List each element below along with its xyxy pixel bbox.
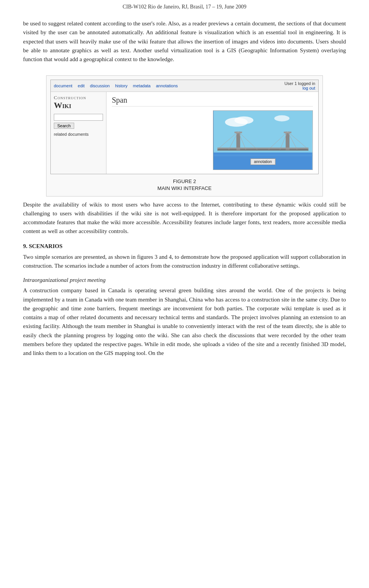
page-header: CIB-W102 Rio de Janeiro, RJ, Brasil, 17 … xyxy=(0,0,369,12)
figure-caption-line1: FIGURE 2 xyxy=(50,178,319,185)
section-heading-9: 9. SCENARIOS xyxy=(23,243,346,250)
header-text: CIB-W102 Rio de Janeiro, RJ, Brasil, 17 … xyxy=(123,4,246,10)
annotation-button[interactable]: annotation xyxy=(251,158,276,165)
wiki-body: Construction Wiki Search related documen… xyxy=(51,92,318,174)
search-button[interactable]: Search xyxy=(54,123,74,129)
logout-link[interactable]: log out xyxy=(284,86,315,90)
paragraph-2: Despite the availability of wikis to mos… xyxy=(23,200,346,236)
wiki-topbar: document edit discussion history metadat… xyxy=(51,80,318,92)
nav-history[interactable]: history xyxy=(115,83,127,88)
search-input[interactable] xyxy=(54,114,103,121)
figure-2-container: document edit discussion history metadat… xyxy=(46,75,323,196)
wiki-main-content: Span xyxy=(106,92,318,174)
logo-wiki: Wiki xyxy=(54,101,103,110)
wiki-user-info: User 1 logged in log out xyxy=(284,81,315,90)
section-title: SCENARIOS xyxy=(29,243,63,249)
nav-discussion[interactable]: discussion xyxy=(90,83,110,88)
italic-heading: Intraorganizational project meeting xyxy=(23,276,346,285)
nav-metadata[interactable]: metadata xyxy=(133,83,151,88)
wiki-logo: Construction Wiki xyxy=(54,95,103,110)
wiki-bridge-image: annotation xyxy=(213,110,313,170)
figure-caption-line2: MAIN WIKI INTERFACE xyxy=(50,185,319,192)
nav-annotations[interactable]: annotations xyxy=(156,83,178,88)
svg-rect-6 xyxy=(218,149,309,151)
svg-point-2 xyxy=(234,117,253,124)
svg-rect-19 xyxy=(218,148,309,149)
logo-construction: Construction xyxy=(54,95,103,100)
paragraph-1: be used to suggest related content accor… xyxy=(23,19,346,64)
wiki-nav-links: document edit discussion history metadat… xyxy=(54,83,178,88)
figure-caption: FIGURE 2 MAIN WIKI INTERFACE xyxy=(50,178,319,192)
section-number: 9. xyxy=(23,243,27,249)
wiki-mockup: document edit discussion history metadat… xyxy=(50,80,319,174)
related-documents-label: related documents xyxy=(54,132,103,137)
wiki-content-area: annotation xyxy=(112,110,313,170)
wiki-sidebar: Construction Wiki Search related documen… xyxy=(51,92,106,174)
nav-edit[interactable]: edit xyxy=(78,83,85,88)
page-content: be used to suggest related content accor… xyxy=(0,12,369,373)
paragraph-3: Two simple scenarios are presented, as s… xyxy=(23,253,346,271)
svg-rect-5 xyxy=(214,155,312,157)
user-logged-in-text: User 1 logged in xyxy=(284,81,315,86)
paragraph-4: A construction company based in Canada i… xyxy=(23,286,346,358)
wiki-page-title: Span xyxy=(112,96,313,107)
svg-point-3 xyxy=(274,115,289,122)
nav-document[interactable]: document xyxy=(54,83,72,88)
